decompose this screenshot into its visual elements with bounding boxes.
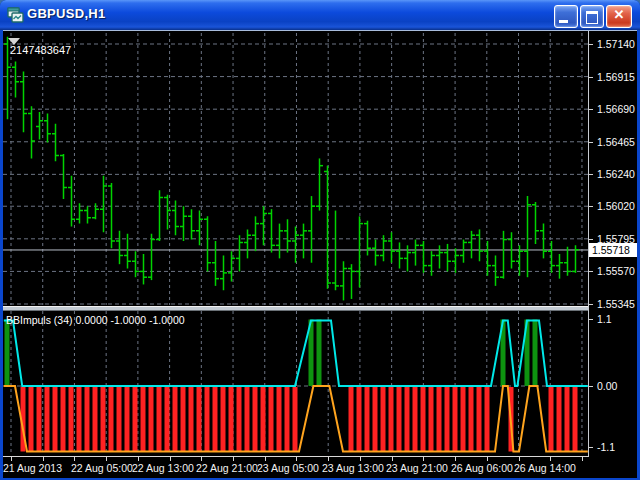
time-tick — [201, 457, 202, 461]
time-axis-label: 22 Aug 13:00 — [132, 462, 194, 474]
title-bar[interactable]: GBPUSD,H1 ✕ — [0, 0, 640, 30]
time-tick — [423, 457, 424, 461]
price-chart-pane[interactable] — [3, 31, 588, 306]
chart-client-area: 2147483647 BBImpuls (34) 0.0000 -1.0000 … — [3, 30, 637, 478]
price-axis-label: 1.56465 — [597, 136, 635, 148]
indicator-axis-label: -1.1 — [597, 441, 615, 453]
price-axis-label: 1.55570 — [597, 265, 635, 277]
price-axis-label: 1.55345 — [597, 298, 635, 310]
time-axis-label: 26 Aug 06:00 — [451, 462, 513, 474]
maximize-icon — [586, 11, 598, 24]
time-tick — [296, 457, 297, 461]
price-tick — [588, 206, 593, 207]
minimize-button[interactable] — [554, 5, 578, 28]
time-axis-label: 21 Aug 2013 — [3, 462, 62, 474]
minimize-icon — [559, 20, 568, 23]
time-axis-label: 26 Aug 14:00 — [514, 462, 576, 474]
time-tick — [11, 457, 12, 461]
price-axis-label: 1.56915 — [597, 71, 635, 83]
close-icon: ✕ — [607, 7, 631, 22]
time-tick — [392, 457, 393, 461]
time-axis-label: 23 Aug 05:00 — [257, 462, 319, 474]
time-tick — [74, 457, 75, 461]
time-tick — [138, 457, 139, 461]
indicator-axis-label: 0.00 — [597, 380, 617, 392]
price-tick — [588, 77, 593, 78]
time-tick — [328, 457, 329, 461]
time-tick — [43, 457, 44, 461]
indicator-tick — [588, 447, 593, 448]
close-button[interactable]: ✕ — [606, 5, 632, 28]
chart-window-icon — [7, 6, 24, 23]
indicator-label: BBImpuls (34) 0.0000 -1.0000 -1.0000 — [6, 314, 185, 326]
time-axis-label: 22 Aug 21:00 — [196, 462, 258, 474]
time-axis-label: 22 Aug 05:00 — [71, 462, 133, 474]
price-tick — [588, 304, 593, 305]
price-tick — [588, 174, 593, 175]
time-tick — [519, 457, 520, 461]
time-tick — [550, 457, 551, 461]
time-tick — [233, 457, 234, 461]
indicator-pane[interactable] — [3, 311, 588, 457]
maximize-button[interactable] — [580, 5, 604, 28]
time-tick — [265, 457, 266, 461]
price-tick — [588, 44, 593, 45]
time-axis-label: 23 Aug 21:00 — [386, 462, 448, 474]
time-tick — [582, 457, 583, 461]
bid-price-box: 1.55718 — [589, 243, 637, 257]
price-tick — [588, 239, 593, 240]
indicator-tick — [588, 319, 593, 320]
time-tick — [455, 457, 456, 461]
price-tick — [588, 142, 593, 143]
window-title: GBPUSD,H1 — [27, 6, 106, 21]
chart-overlay-value: 2147483647 — [10, 44, 71, 56]
time-tick — [106, 457, 107, 461]
price-tick — [588, 109, 593, 110]
price-axis-label: 1.56240 — [597, 168, 635, 180]
time-axis-label: 23 Aug 13:00 — [322, 462, 384, 474]
indicator-axis-label: 1.1 — [597, 313, 612, 325]
price-tick — [588, 271, 593, 272]
time-tick — [170, 457, 171, 461]
time-tick — [360, 457, 361, 461]
price-axis-label: 1.56020 — [597, 200, 635, 212]
chart-window: GBPUSD,H1 ✕ 2147483647 BBImpuls (34) 0.0… — [0, 0, 640, 480]
price-axis-label: 1.57140 — [597, 38, 635, 50]
price-axis-label: 1.56690 — [597, 103, 635, 115]
time-tick — [487, 457, 488, 461]
indicator-tick — [588, 386, 593, 387]
